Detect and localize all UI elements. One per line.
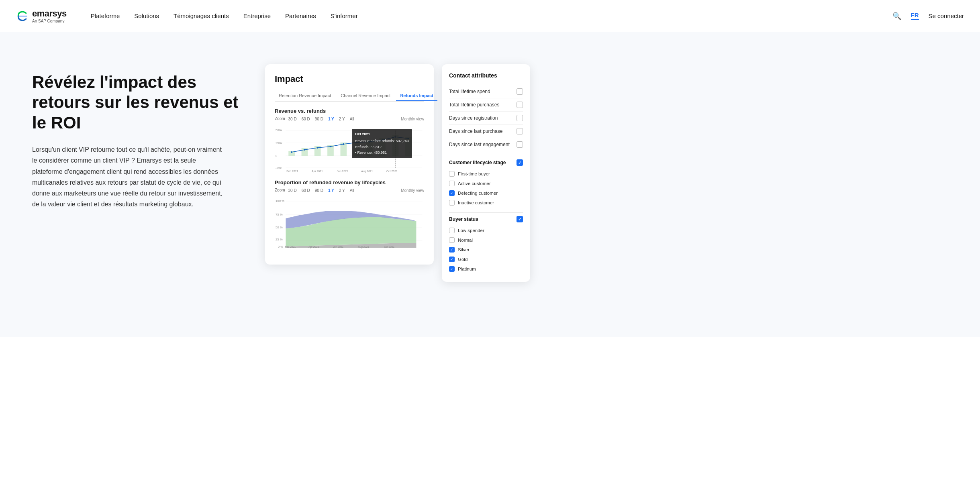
chart2-controls: Zoom 30 D 60 D 90 D 1 Y 2 Y All Monthly … <box>275 188 424 193</box>
chart1-controls: Zoom 30 D 60 D 90 D 1 Y 2 Y All Monthly … <box>275 116 424 122</box>
chart2-label: Proportion of refunded revenue by lifecy… <box>275 179 424 185</box>
buyer-gold[interactable]: ✓ Gold <box>449 255 523 264</box>
logo[interactable]: emarsys An SAP Company <box>16 8 67 23</box>
zoom2-1y[interactable]: 1 Y <box>327 188 336 193</box>
zoom-1y-btn[interactable]: 1 Y <box>327 116 336 122</box>
simple-attrs: Total lifetime spend Total lifetime purc… <box>449 85 523 151</box>
zoom2-all[interactable]: All <box>348 188 356 193</box>
search-icon[interactable]: 🔍 <box>892 12 901 20</box>
cb-normal[interactable] <box>449 237 455 243</box>
buyer-toggle[interactable]: ✓ <box>517 216 523 222</box>
zoom-2y-btn[interactable]: 2 Y <box>337 116 347 122</box>
svg-text:Jun 2021: Jun 2021 <box>337 170 348 173</box>
cb-defecting[interactable]: ✓ <box>449 190 455 196</box>
svg-text:Aug 2021: Aug 2021 <box>358 245 370 248</box>
tab-refunds[interactable]: Refunds Impact <box>396 91 437 101</box>
svg-text:0: 0 <box>276 154 278 158</box>
zoom2-90d[interactable]: 90 D <box>313 188 325 193</box>
lifecycle-section: Customer lifecycle stage ✓ First-time bu… <box>449 156 523 208</box>
buyer-low-spender[interactable]: Low spender <box>449 226 523 235</box>
cb-low-spender[interactable] <box>449 228 455 233</box>
attr-toggle-lifetime-spend[interactable] <box>517 88 523 95</box>
attr-days-since-last-purchase: Days since last purchase <box>449 125 523 138</box>
svg-point-22 <box>343 143 344 145</box>
language-selector[interactable]: FR <box>911 12 919 20</box>
lifecycle-first-time[interactable]: First-time buyer <box>449 169 523 179</box>
hero-right: Impact Retention Revenue Impact Channel … <box>265 64 956 282</box>
contact-attributes-panel: Contact attributes Total lifetime spend … <box>442 64 530 282</box>
nav-entreprise[interactable]: Entreprise <box>243 12 271 19</box>
chart1-label: Revenue vs. refunds <box>275 108 424 114</box>
nav-sinformer[interactable]: S'informer <box>331 12 358 19</box>
chart2-zoom: Zoom 30 D 60 D 90 D 1 Y 2 Y All <box>275 188 356 193</box>
buyer-section-header: Buyer status ✓ <box>449 212 523 222</box>
svg-point-18 <box>291 151 292 153</box>
svg-text:0 %: 0 % <box>278 245 283 248</box>
svg-text:Feb 2021: Feb 2021 <box>285 245 296 248</box>
cb-silver[interactable]: ✓ <box>449 247 455 253</box>
chart1-section: Revenue vs. refunds Zoom 30 D 60 D 90 D … <box>275 108 424 173</box>
svg-point-19 <box>304 149 305 151</box>
lifecycle-toggle[interactable]: ✓ <box>517 159 523 166</box>
attr-toggle-days-registration[interactable] <box>517 115 523 121</box>
buyer-section: Buyer status ✓ Low spender Normal ✓ <box>449 212 523 274</box>
svg-point-21 <box>330 146 331 147</box>
cb-gold[interactable]: ✓ <box>449 257 455 262</box>
attr-toggle-lifetime-purchases[interactable] <box>517 102 523 108</box>
chart1-view-label: Monthly view <box>401 117 424 121</box>
zoom-60d-btn[interactable]: 60 D <box>300 116 312 122</box>
lifecycle-active[interactable]: Active customer <box>449 179 523 188</box>
lifecycle-defecting[interactable]: ✓ Defecting customer <box>449 188 523 198</box>
cb-platinum[interactable]: ✓ <box>449 266 455 272</box>
svg-text:Oct 2021: Oct 2021 <box>386 170 398 173</box>
buyer-normal[interactable]: Normal <box>449 235 523 245</box>
svg-text:-25k: -25k <box>276 166 282 170</box>
hero-title: Révélez l'impact des retours sur les rev… <box>32 72 241 133</box>
svg-text:100 %: 100 % <box>276 199 284 203</box>
svg-text:75 %: 75 % <box>276 213 283 216</box>
attr-total-lifetime-spend: Total lifetime spend <box>449 85 523 98</box>
tab-retention[interactable]: Retention Revenue Impact <box>275 91 335 101</box>
tab-channel[interactable]: Channel Revenue Impact <box>337 91 394 101</box>
nav-partenaires[interactable]: Partenaires <box>285 12 316 19</box>
zoom2-60d[interactable]: 60 D <box>300 188 312 193</box>
impact-card: Impact Retention Revenue Impact Channel … <box>265 64 434 265</box>
svg-text:250k: 250k <box>276 141 282 145</box>
svg-text:Apr 2021: Apr 2021 <box>308 245 319 248</box>
zoom2-2y[interactable]: 2 Y <box>337 188 347 193</box>
buyer-platinum[interactable]: ✓ Platinum <box>449 264 523 274</box>
zoom-30d-btn[interactable]: 30 D <box>287 116 298 122</box>
panel-title: Contact attributes <box>449 72 523 79</box>
brand-name: emarsys <box>32 8 67 19</box>
svg-text:Aug 2021: Aug 2021 <box>361 170 373 173</box>
attr-days-since-registration: Days since registration <box>449 112 523 125</box>
zoom-30d[interactable]: Zoom <box>275 116 285 122</box>
svg-text:Apr 2021: Apr 2021 <box>312 170 323 173</box>
connect-button[interactable]: Se connecter <box>929 12 964 19</box>
svg-point-20 <box>317 147 318 149</box>
hero-left: Révélez l'impact des retours sur les rev… <box>32 64 241 210</box>
cb-active[interactable] <box>449 181 455 186</box>
chart2-area: 100 % 75 % 50 % 25 % 0 % <box>275 196 424 248</box>
attr-toggle-days-engagement[interactable] <box>517 141 523 148</box>
nav-links: Plateforme Solutions Témoignages clients… <box>91 12 892 19</box>
nav-right: 🔍 FR Se connecter <box>892 12 964 20</box>
nav-temoignages[interactable]: Témoignages clients <box>174 12 229 19</box>
zoom-all-btn[interactable]: All <box>348 116 356 122</box>
cb-first-time[interactable] <box>449 171 455 177</box>
svg-text:Oct 2021: Oct 2021 <box>384 245 394 248</box>
svg-text:Feb 2021: Feb 2021 <box>286 170 298 173</box>
lifecycle-inactive[interactable]: Inactive customer <box>449 198 523 208</box>
attr-toggle-days-last-purchase[interactable] <box>517 128 523 134</box>
chart-tooltip: Oct 2021 Revenue before refunds: 507,763… <box>352 129 412 158</box>
zoom2-label: Zoom <box>275 188 285 193</box>
zoom2-30d[interactable]: 30 D <box>287 188 298 193</box>
chart1-zoom: Zoom 30 D 60 D 90 D 1 Y 2 Y All <box>275 116 356 122</box>
cb-inactive[interactable] <box>449 200 455 206</box>
zoom-90d-btn[interactable]: 90 D <box>313 116 325 122</box>
svg-text:50 %: 50 % <box>276 226 283 229</box>
buyer-silver[interactable]: ✓ Silver <box>449 245 523 255</box>
nav-plateforme[interactable]: Plateforme <box>91 12 120 19</box>
nav-solutions[interactable]: Solutions <box>134 12 159 19</box>
hero-section: Révélez l'impact des retours sur les rev… <box>0 32 980 337</box>
